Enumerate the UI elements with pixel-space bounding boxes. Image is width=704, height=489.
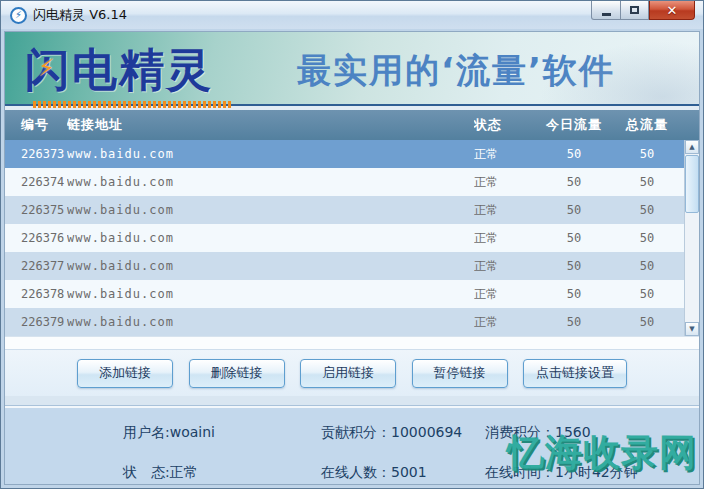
minimize-button[interactable] — [591, 1, 621, 20]
divider — [5, 396, 699, 406]
logo-pinyin-strip — [33, 101, 231, 108]
window-body: ⚡ 闪电精灵 最实用的‘流量’软件 编号 链接地址 状态 今日流量 总流量 22… — [4, 31, 700, 485]
column-header-id: 编号 — [5, 116, 67, 134]
table-row[interactable]: 226377 www.baidu.com 正常 50 50 — [5, 252, 684, 280]
row-id: 226377 — [5, 259, 67, 273]
username-value: woaini — [170, 424, 215, 440]
scroll-down-button[interactable]: ▼ — [685, 322, 699, 336]
row-today: 50 — [538, 315, 610, 329]
table-row[interactable]: 226378 www.baidu.com 正常 50 50 — [5, 280, 684, 308]
table-row[interactable]: 226374 www.baidu.com 正常 50 50 — [5, 168, 684, 196]
close-button[interactable]: ✕ — [649, 1, 695, 20]
table-row[interactable]: 226375 www.baidu.com 正常 50 50 — [5, 196, 684, 224]
window-title: 闪电精灵 V6.14 — [33, 6, 127, 24]
row-id: 226373 — [5, 147, 67, 161]
column-header-url: 链接地址 — [67, 116, 474, 134]
username-field: 用户名:woaini — [123, 424, 321, 442]
scroll-up-icon: ▲ — [689, 143, 694, 151]
status-field: 状 态:正常 — [123, 464, 321, 482]
table-row[interactable]: 226376 www.baidu.com 正常 50 50 — [5, 224, 684, 252]
status-panel: 用户名:woaini 贡献积分：10000694 消费积分：1560 状 态:正… — [5, 406, 699, 484]
row-status: 正常 — [474, 146, 538, 163]
online-count-value: 5001 — [391, 464, 427, 480]
status-label: 状 态: — [123, 464, 170, 480]
column-header-total: 总流量 — [610, 116, 684, 134]
row-id: 226375 — [5, 203, 67, 217]
row-total: 50 — [610, 315, 684, 329]
row-url: www.baidu.com — [67, 231, 474, 245]
row-url: www.baidu.com — [67, 175, 474, 189]
app-window: ⚡ 闪电精灵 V6.14 ✕ ⚡ 闪电精灵 最实用的‘流量’软件 编号 链接地址… — [0, 0, 704, 489]
row-today: 50 — [538, 203, 610, 217]
contribution-points-label: 贡献积分： — [321, 424, 391, 440]
row-today: 50 — [538, 259, 610, 273]
row-total: 50 — [610, 147, 684, 161]
enable-link-button[interactable]: 启用链接 — [300, 359, 396, 388]
row-today: 50 — [538, 175, 610, 189]
row-id: 226379 — [5, 315, 67, 329]
pause-link-button[interactable]: 暂停链接 — [412, 359, 508, 388]
row-status: 正常 — [474, 230, 538, 247]
banner-slogan: 最实用的‘流量’软件 — [297, 48, 615, 94]
add-link-button[interactable]: 添加链接 — [77, 359, 173, 388]
username-label: 用户名: — [123, 424, 170, 440]
lightning-bolt-icon: ⚡ — [38, 54, 55, 82]
titlebar[interactable]: ⚡ 闪电精灵 V6.14 ✕ — [1, 1, 703, 29]
lightning-icon: ⚡ — [15, 10, 22, 20]
row-total: 50 — [610, 231, 684, 245]
app-icon: ⚡ — [10, 7, 27, 24]
row-url: www.baidu.com — [67, 287, 474, 301]
row-total: 50 — [610, 259, 684, 273]
window-controls: ✕ — [591, 1, 695, 20]
scrollbar-thumb[interactable] — [685, 155, 699, 213]
row-total: 50 — [610, 175, 684, 189]
table-filler — [5, 336, 699, 349]
delete-link-button[interactable]: 删除链接 — [189, 359, 285, 388]
row-id: 226374 — [5, 175, 67, 189]
row-today: 50 — [538, 147, 610, 161]
row-url: www.baidu.com — [67, 147, 474, 161]
row-url: www.baidu.com — [67, 203, 474, 217]
watermark: 忆海收录网 — [507, 428, 697, 478]
row-url: www.baidu.com — [67, 259, 474, 273]
scroll-up-button[interactable]: ▲ — [685, 140, 699, 154]
row-status: 正常 — [474, 258, 538, 275]
online-count-label: 在线人数： — [321, 464, 391, 480]
row-today: 50 — [538, 231, 610, 245]
maximize-icon — [630, 6, 639, 14]
table-row[interactable]: 226373 www.baidu.com 正常 50 50 — [5, 140, 684, 168]
app-logo: ⚡ 闪电精灵 — [25, 40, 231, 108]
scroll-down-icon: ▼ — [689, 325, 694, 333]
row-status: 正常 — [474, 202, 538, 219]
scrollbar-track[interactable] — [685, 154, 699, 322]
column-header-status: 状态 — [474, 116, 538, 134]
row-today: 50 — [538, 287, 610, 301]
table-scrollbar[interactable]: ▲ ▼ — [684, 140, 699, 336]
close-icon: ✕ — [667, 3, 678, 18]
toolbar: 添加链接 删除链接 启用链接 暂停链接 点击链接设置 — [5, 349, 699, 396]
row-id: 226378 — [5, 287, 67, 301]
table-row[interactable]: 226379 www.baidu.com 正常 50 50 — [5, 308, 684, 336]
row-status: 正常 — [474, 314, 538, 331]
row-status: 正常 — [474, 286, 538, 303]
row-id: 226376 — [5, 231, 67, 245]
status-value: 正常 — [170, 464, 198, 480]
banner: ⚡ 闪电精灵 最实用的‘流量’软件 — [5, 32, 699, 106]
row-total: 50 — [610, 203, 684, 217]
contribution-points-value: 10000694 — [391, 424, 462, 440]
row-url: www.baidu.com — [67, 315, 474, 329]
online-count-field: 在线人数：5001 — [321, 464, 485, 482]
row-total: 50 — [610, 287, 684, 301]
row-status: 正常 — [474, 174, 538, 191]
maximize-button[interactable] — [621, 1, 649, 20]
link-settings-button[interactable]: 点击链接设置 — [523, 359, 627, 388]
table-header: 编号 链接地址 状态 今日流量 总流量 — [5, 110, 699, 140]
minimize-icon — [602, 13, 611, 16]
contribution-points-field: 贡献积分：10000694 — [321, 424, 485, 442]
table-rows: 226373 www.baidu.com 正常 50 50 226374 www… — [5, 140, 684, 336]
table-body: 226373 www.baidu.com 正常 50 50 226374 www… — [5, 140, 699, 336]
column-header-today: 今日流量 — [538, 116, 610, 134]
